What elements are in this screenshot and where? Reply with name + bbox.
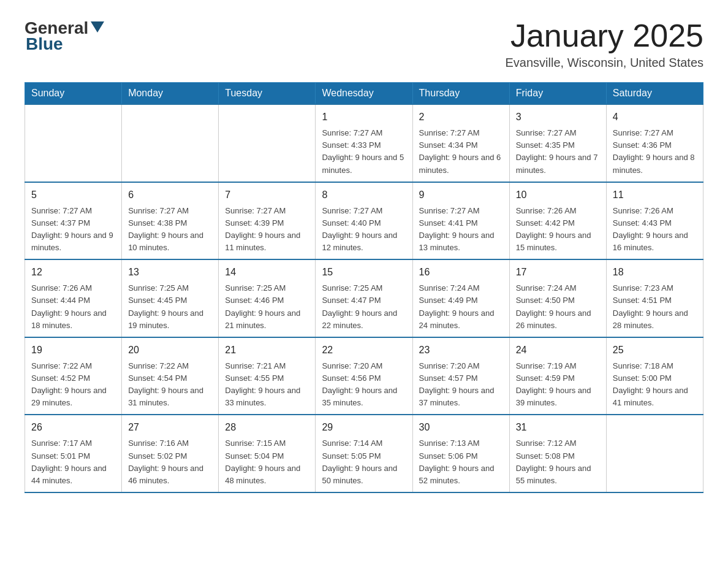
calendar-cell: 5Sunrise: 7:27 AMSunset: 4:37 PMDaylight… xyxy=(25,182,122,260)
logo-blue-text: Blue xyxy=(26,34,63,54)
page-header: General Blue January 2025 Evansville, Wi… xyxy=(25,18,703,70)
day-number: 28 xyxy=(225,420,309,435)
calendar-cell: 28Sunrise: 7:15 AMSunset: 5:04 PMDayligh… xyxy=(219,415,316,492)
calendar-cell: 20Sunrise: 7:22 AMSunset: 4:54 PMDayligh… xyxy=(122,337,219,415)
calendar-week-row: 12Sunrise: 7:26 AMSunset: 4:44 PMDayligh… xyxy=(25,259,703,337)
calendar-cell: 22Sunrise: 7:20 AMSunset: 4:56 PMDayligh… xyxy=(316,337,412,415)
day-info: Sunrise: 7:27 AMSunset: 4:39 PMDaylight:… xyxy=(225,205,309,255)
day-info: Sunrise: 7:19 AMSunset: 4:59 PMDaylight:… xyxy=(516,360,600,410)
day-info: Sunrise: 7:27 AMSunset: 4:34 PMDaylight:… xyxy=(419,127,503,177)
day-info: Sunrise: 7:26 AMSunset: 4:42 PMDaylight:… xyxy=(516,205,600,255)
day-number: 6 xyxy=(128,188,212,202)
day-of-week-header: Saturday xyxy=(606,83,703,105)
day-info: Sunrise: 7:15 AMSunset: 5:04 PMDaylight:… xyxy=(225,437,309,487)
day-info: Sunrise: 7:25 AMSunset: 4:46 PMDaylight:… xyxy=(225,282,309,332)
day-number: 3 xyxy=(516,110,600,124)
calendar-cell: 18Sunrise: 7:23 AMSunset: 4:51 PMDayligh… xyxy=(606,259,703,337)
day-info: Sunrise: 7:24 AMSunset: 4:50 PMDaylight:… xyxy=(516,282,600,332)
calendar-cell: 11Sunrise: 7:26 AMSunset: 4:43 PMDayligh… xyxy=(606,182,703,260)
calendar-cell: 27Sunrise: 7:16 AMSunset: 5:02 PMDayligh… xyxy=(122,415,219,492)
day-number: 18 xyxy=(613,265,697,280)
calendar-cell xyxy=(25,104,122,182)
calendar-cell: 23Sunrise: 7:20 AMSunset: 4:57 PMDayligh… xyxy=(412,337,509,415)
calendar-cell: 31Sunrise: 7:12 AMSunset: 5:08 PMDayligh… xyxy=(509,415,606,492)
day-info: Sunrise: 7:18 AMSunset: 5:00 PMDaylight:… xyxy=(613,360,697,410)
calendar-week-row: 1Sunrise: 7:27 AMSunset: 4:33 PMDaylight… xyxy=(25,104,703,182)
day-info: Sunrise: 7:27 AMSunset: 4:38 PMDaylight:… xyxy=(128,205,212,255)
day-info: Sunrise: 7:24 AMSunset: 4:49 PMDaylight:… xyxy=(419,282,503,332)
calendar-cell: 17Sunrise: 7:24 AMSunset: 4:50 PMDayligh… xyxy=(509,259,606,337)
day-number: 1 xyxy=(322,110,406,124)
day-info: Sunrise: 7:26 AMSunset: 4:43 PMDaylight:… xyxy=(613,205,697,255)
calendar-cell: 15Sunrise: 7:25 AMSunset: 4:47 PMDayligh… xyxy=(316,259,412,337)
calendar-cell xyxy=(606,415,703,492)
day-number: 19 xyxy=(31,343,115,358)
title-block: January 2025 Evansville, Wisconsin, Unit… xyxy=(506,18,703,70)
day-number: 20 xyxy=(128,343,212,358)
calendar-cell: 2Sunrise: 7:27 AMSunset: 4:34 PMDaylight… xyxy=(412,104,509,182)
day-number: 12 xyxy=(31,265,115,280)
calendar-cell: 21Sunrise: 7:21 AMSunset: 4:55 PMDayligh… xyxy=(219,337,316,415)
calendar-cell: 13Sunrise: 7:25 AMSunset: 4:45 PMDayligh… xyxy=(122,259,219,337)
day-info: Sunrise: 7:27 AMSunset: 4:41 PMDaylight:… xyxy=(419,205,503,255)
day-number: 11 xyxy=(613,188,697,202)
calendar-cell: 12Sunrise: 7:26 AMSunset: 4:44 PMDayligh… xyxy=(25,259,122,337)
day-of-week-header: Sunday xyxy=(25,83,122,105)
calendar-cell: 7Sunrise: 7:27 AMSunset: 4:39 PMDaylight… xyxy=(219,182,316,260)
day-info: Sunrise: 7:22 AMSunset: 4:52 PMDaylight:… xyxy=(31,360,115,410)
day-info: Sunrise: 7:27 AMSunset: 4:33 PMDaylight:… xyxy=(322,127,406,177)
day-info: Sunrise: 7:27 AMSunset: 4:36 PMDaylight:… xyxy=(613,127,697,177)
subtitle: Evansville, Wisconsin, United States xyxy=(506,56,703,70)
calendar-cell: 8Sunrise: 7:27 AMSunset: 4:40 PMDaylight… xyxy=(316,182,412,260)
day-number: 2 xyxy=(419,110,503,124)
day-number: 23 xyxy=(419,343,503,358)
calendar-header-row: SundayMondayTuesdayWednesdayThursdayFrid… xyxy=(25,83,703,105)
day-info: Sunrise: 7:17 AMSunset: 5:01 PMDaylight:… xyxy=(31,437,115,487)
day-number: 8 xyxy=(322,188,406,202)
calendar-cell: 3Sunrise: 7:27 AMSunset: 4:35 PMDaylight… xyxy=(509,104,606,182)
day-info: Sunrise: 7:25 AMSunset: 4:45 PMDaylight:… xyxy=(128,282,212,332)
calendar-cell: 14Sunrise: 7:25 AMSunset: 4:46 PMDayligh… xyxy=(219,259,316,337)
day-of-week-header: Monday xyxy=(122,83,219,105)
day-info: Sunrise: 7:23 AMSunset: 4:51 PMDaylight:… xyxy=(613,282,697,332)
day-info: Sunrise: 7:21 AMSunset: 4:55 PMDaylight:… xyxy=(225,360,309,410)
calendar-week-row: 5Sunrise: 7:27 AMSunset: 4:37 PMDaylight… xyxy=(25,182,703,260)
day-number: 5 xyxy=(31,188,115,202)
day-info: Sunrise: 7:27 AMSunset: 4:40 PMDaylight:… xyxy=(322,205,406,255)
day-info: Sunrise: 7:27 AMSunset: 4:37 PMDaylight:… xyxy=(31,205,115,255)
calendar-cell: 30Sunrise: 7:13 AMSunset: 5:06 PMDayligh… xyxy=(412,415,509,492)
day-info: Sunrise: 7:20 AMSunset: 4:56 PMDaylight:… xyxy=(322,360,406,410)
day-of-week-header: Tuesday xyxy=(219,83,316,105)
day-number: 7 xyxy=(225,188,309,202)
day-number: 22 xyxy=(322,343,406,358)
day-info: Sunrise: 7:20 AMSunset: 4:57 PMDaylight:… xyxy=(419,360,503,410)
day-number: 26 xyxy=(31,420,115,435)
day-info: Sunrise: 7:13 AMSunset: 5:06 PMDaylight:… xyxy=(419,437,503,487)
day-number: 30 xyxy=(419,420,503,435)
day-number: 25 xyxy=(613,343,697,358)
day-number: 14 xyxy=(225,265,309,280)
svg-marker-0 xyxy=(91,21,104,33)
day-number: 24 xyxy=(516,343,600,358)
calendar-cell: 10Sunrise: 7:26 AMSunset: 4:42 PMDayligh… xyxy=(509,182,606,260)
logo: General Blue xyxy=(25,18,104,54)
day-info: Sunrise: 7:26 AMSunset: 4:44 PMDaylight:… xyxy=(31,282,115,332)
day-number: 15 xyxy=(322,265,406,280)
calendar-cell: 26Sunrise: 7:17 AMSunset: 5:01 PMDayligh… xyxy=(25,415,122,492)
day-number: 27 xyxy=(128,420,212,435)
calendar-cell: 1Sunrise: 7:27 AMSunset: 4:33 PMDaylight… xyxy=(316,104,412,182)
page-title: January 2025 xyxy=(506,18,703,53)
day-of-week-header: Friday xyxy=(509,83,606,105)
day-number: 13 xyxy=(128,265,212,280)
calendar-cell: 29Sunrise: 7:14 AMSunset: 5:05 PMDayligh… xyxy=(316,415,412,492)
day-of-week-header: Wednesday xyxy=(316,83,412,105)
day-info: Sunrise: 7:14 AMSunset: 5:05 PMDaylight:… xyxy=(322,437,406,487)
day-info: Sunrise: 7:25 AMSunset: 4:47 PMDaylight:… xyxy=(322,282,406,332)
calendar-table: SundayMondayTuesdayWednesdayThursdayFrid… xyxy=(25,82,703,493)
calendar-cell xyxy=(219,104,316,182)
day-number: 21 xyxy=(225,343,309,358)
calendar-cell: 9Sunrise: 7:27 AMSunset: 4:41 PMDaylight… xyxy=(412,182,509,260)
calendar-cell: 16Sunrise: 7:24 AMSunset: 4:49 PMDayligh… xyxy=(412,259,509,337)
calendar-week-row: 19Sunrise: 7:22 AMSunset: 4:52 PMDayligh… xyxy=(25,337,703,415)
day-info: Sunrise: 7:16 AMSunset: 5:02 PMDaylight:… xyxy=(128,437,212,487)
